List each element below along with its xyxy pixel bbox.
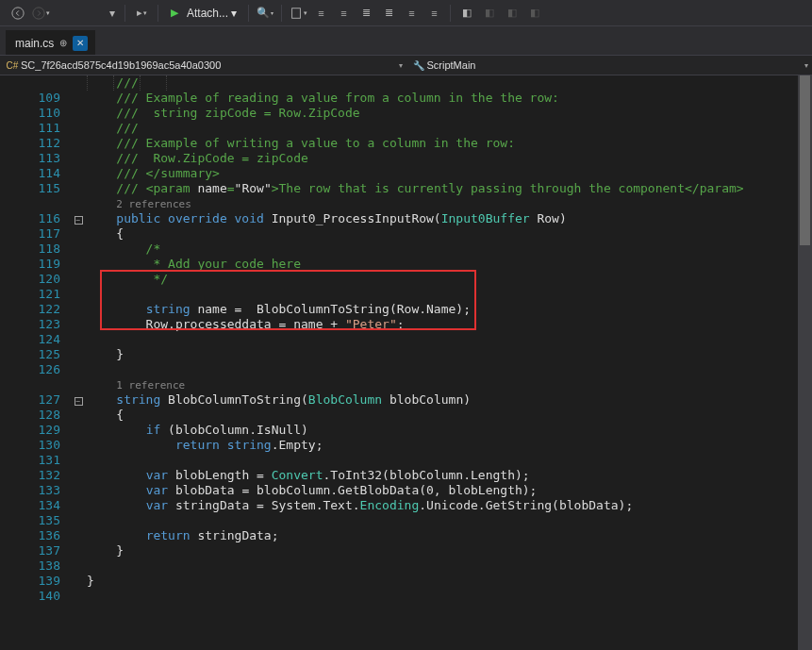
bookmark-next-icon[interactable]: ◧ <box>502 3 522 24</box>
toolbar: ▾ ▾ ▸▾ ▶ Attach... ▾ 🔍▾ ▾ ≡ ≡ ≣ ≣ ≡ ≡ ◧ … <box>0 0 812 26</box>
svg-point-1 <box>32 7 43 18</box>
bookmark-icon[interactable]: ◧ <box>456 3 477 24</box>
close-icon[interactable]: ✕ <box>73 36 88 51</box>
pin-icon[interactable]: ⊕ <box>59 38 67 48</box>
type-dropdown[interactable]: C# SC_7f26acd5875c4d19b1969ac5a40a0300 ▾ <box>0 56 406 75</box>
indent-icon[interactable]: ≡ <box>333 3 354 24</box>
bookmark-prev-icon[interactable]: ◧ <box>479 3 500 24</box>
fold-column[interactable]: −− <box>70 75 87 650</box>
type-name: SC_7f26acd5875c4d19b1969ac5a40a0300 <box>21 59 221 71</box>
csharp-icon: C# <box>4 60 21 71</box>
outdent-icon[interactable]: ≡ <box>310 3 331 24</box>
tab-label: main.cs <box>15 37 54 50</box>
tab-strip: main.cs ⊕ ✕ <box>0 26 812 55</box>
svg-rect-2 <box>292 8 301 18</box>
member-name: ScriptMain <box>427 59 476 71</box>
list2-icon[interactable]: ≣ <box>378 3 399 24</box>
vertical-scrollbar[interactable] <box>798 75 812 650</box>
nav-fwd-icon[interactable]: ▾ <box>30 3 51 24</box>
attach-button[interactable]: Attach... ▾ <box>187 7 242 20</box>
line-numbers: 1091101111121131141151161171181191201211… <box>23 75 70 650</box>
find-icon[interactable]: 🔍▾ <box>255 3 275 24</box>
nav-bar: C# SC_7f26acd5875c4d19b1969ac5a40a0300 ▾… <box>0 55 812 75</box>
chevron-down-icon: ▾ <box>804 61 808 70</box>
list1-icon[interactable]: ≣ <box>356 3 376 24</box>
play-icon[interactable]: ▶ <box>164 3 185 24</box>
tab-main-cs[interactable]: main.cs ⊕ ✕ <box>6 30 95 55</box>
config-dropdown[interactable]: ▾ <box>53 4 119 23</box>
comment-icon[interactable]: ≡ <box>401 3 422 24</box>
class-icon: 🔧 <box>410 60 427 71</box>
step-icon[interactable]: ▸▾ <box>131 3 152 24</box>
bookmark-clear-icon[interactable]: ◧ <box>524 3 545 24</box>
uncomment-icon[interactable]: ≡ <box>423 3 444 24</box>
chevron-down-icon: ▾ <box>399 61 403 70</box>
code-editor[interactable]: 1091101111121131141151161171181191201211… <box>0 75 812 650</box>
member-dropdown[interactable]: 🔧 ScriptMain ▾ <box>406 56 813 75</box>
scrollbar-thumb[interactable] <box>800 75 810 245</box>
code-area[interactable]: /// /// Example of reading a value from … <box>87 75 812 650</box>
svg-point-0 <box>12 7 24 18</box>
doc-icon[interactable]: ▾ <box>288 3 308 24</box>
nav-back-icon[interactable] <box>8 3 28 24</box>
